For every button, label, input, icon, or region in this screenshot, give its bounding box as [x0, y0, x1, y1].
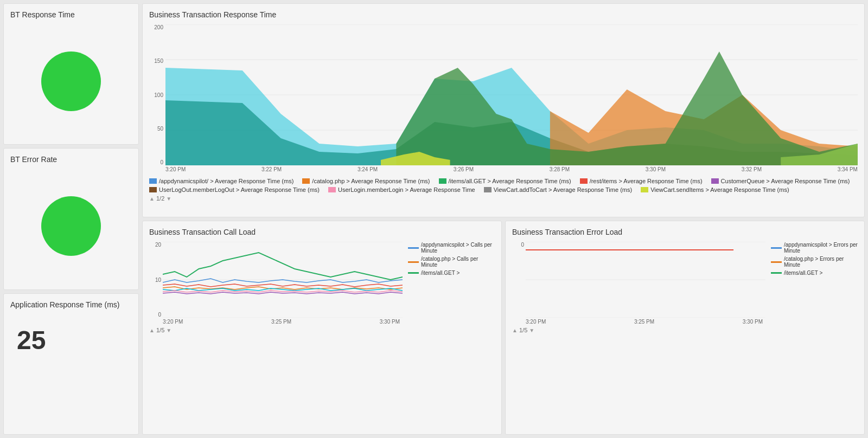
error-page-up-icon[interactable]: ▲	[512, 327, 518, 333]
bt-response-page-nav: ▲ 1/2 ▼	[149, 195, 858, 202]
legend-item-itemsallget: /items/all.GET > Average Response Time (…	[439, 178, 571, 184]
error-legend-color-3	[771, 272, 782, 274]
legend-item-userlogout: UserLogOut.memberLogOut > Average Respon…	[149, 186, 320, 193]
legend-color-appdynamicspilot	[149, 178, 157, 184]
legend-color-itemsallget	[439, 178, 446, 184]
bt-response-chart-container: 200 150 100 50 0	[149, 24, 858, 172]
legend-label-itemsallget: /items/all.GET > Average Response Time (…	[449, 178, 571, 184]
x-label-324pm: 3:24 PM	[358, 166, 378, 172]
legend-color-catalogphp	[302, 178, 310, 184]
page-nav-up-icon[interactable]: ▲	[149, 196, 155, 202]
call-page-up-icon[interactable]: ▲	[149, 327, 155, 333]
error-legend-label-2: /catalog.php > Errors per Minute	[784, 256, 858, 268]
app-response-time-title: Application Response Time (ms)	[10, 300, 120, 309]
legend-label-appdynamicspilot: /appdynamicspilot/ > Average Response Ti…	[159, 178, 293, 184]
legend-label-viewcart-send: ViewCart.sendItems > Average Response Ti…	[650, 186, 789, 193]
legend-color-customerqueue	[711, 178, 719, 184]
error-legend-itemsget: /items/all.GET >	[771, 270, 858, 276]
bt-error-rate-circle	[41, 196, 101, 256]
legend-label-customerqueue: CustomerQueue > Average Response Time (m…	[721, 178, 850, 184]
call-load-page-nav: ▲ 1/5 ▼	[149, 327, 495, 333]
call-legend-label-1: /appdynamicspilot > Calls per Minute	[421, 242, 495, 254]
app-response-time-panel: Application Response Time (ms) 25	[3, 293, 139, 435]
error-x-325pm: 3:25 PM	[634, 319, 654, 325]
bt-error-rate-panel: BT Error Rate	[3, 148, 139, 289]
y-label-0: 0	[149, 159, 163, 165]
bt-response-time-chart-panel: Business Transaction Response Time 200 1…	[142, 3, 865, 217]
error-load-legend: /appdynamicspilot > Errors per Minute /c…	[765, 242, 858, 318]
error-x-320pm: 3:20 PM	[526, 319, 546, 325]
error-page-down-icon[interactable]: ▼	[529, 327, 534, 333]
bt-error-load-title: Business Transaction Error Load	[512, 228, 858, 236]
x-label-328pm: 3:28 PM	[550, 166, 570, 172]
x-label-334pm: 3:34 PM	[838, 166, 858, 172]
call-y-10: 10	[149, 277, 161, 283]
call-load-legend: /appdynamicspilot > Calls per Minute /ca…	[403, 242, 495, 318]
legend-item-userlogin: UserLogin.memberLogin > Average Response…	[328, 186, 475, 193]
legend-color-viewcart-send	[641, 187, 648, 192]
call-legend-label-2: /catalog.php > Calls per Minute	[421, 256, 495, 268]
error-legend-color-1	[771, 247, 782, 249]
bt-call-load-chart-area: 20 10 0	[149, 242, 495, 318]
error-legend-catalogphp: /catalog.php > Errors per Minute	[771, 256, 858, 268]
legend-item-viewcart-add: ViewCart.addToCart > Average Response Ti…	[484, 186, 632, 193]
bottom-right-panels: Business Transaction Call Load 20 10 0	[142, 221, 865, 435]
error-x-330pm: 3:30 PM	[743, 319, 763, 325]
legend-color-restitems	[580, 178, 588, 184]
x-label-330pm: 3:30 PM	[646, 166, 666, 172]
app-response-time-value: 25	[10, 325, 46, 355]
call-legend-color-2	[408, 261, 419, 263]
legend-label-restitems: /rest/items > Average Response Time (ms)	[590, 178, 703, 184]
error-y-0: 0	[512, 242, 524, 248]
legend-label-viewcart-add: ViewCart.addToCart > Average Response Ti…	[494, 186, 632, 193]
call-legend-itemsget: /items/all.GET >	[408, 270, 495, 276]
error-load-page-label: 1/5	[519, 327, 527, 333]
bt-response-page-label: 1/2	[156, 195, 164, 202]
call-x-330pm: 3:30 PM	[380, 319, 400, 325]
x-label-320pm: 3:20 PM	[165, 166, 186, 172]
x-label-322pm: 3:22 PM	[261, 166, 282, 172]
legend-label-userlogout: UserLogOut.memberLogOut > Average Respon…	[159, 186, 320, 193]
error-load-page-nav: ▲ 1/5 ▼	[512, 327, 858, 333]
legend-item-restitems: /rest/items > Average Response Time (ms)	[580, 178, 703, 184]
error-legend-appdynamicspilot: /appdynamicspilot > Errors per Minute	[771, 242, 858, 254]
x-label-332pm: 3:32 PM	[742, 166, 762, 172]
call-page-down-icon[interactable]: ▼	[166, 327, 171, 333]
call-legend-color-1	[408, 247, 419, 249]
bt-call-load-panel: Business Transaction Call Load 20 10 0	[142, 221, 502, 435]
legend-item-viewcart-send: ViewCart.sendItems > Average Response Ti…	[641, 186, 789, 193]
legend-color-userlogout	[149, 187, 157, 192]
y-label-100: 100	[149, 92, 163, 98]
y-label-150: 150	[149, 58, 163, 64]
call-legend-color-3	[408, 272, 419, 274]
call-legend-catalogphp: /catalog.php > Calls per Minute	[408, 256, 495, 268]
bt-error-rate-title: BT Error Rate	[10, 155, 57, 164]
legend-color-userlogin	[328, 187, 336, 192]
bt-response-time-circle	[41, 51, 101, 111]
call-x-320pm: 3:20 PM	[163, 319, 183, 325]
y-label-200: 200	[149, 24, 163, 30]
bt-call-load-svg	[163, 242, 403, 318]
legend-item-appdynamicspilot: /appdynamicspilot/ > Average Response Ti…	[149, 178, 293, 184]
call-y-0: 0	[149, 312, 161, 318]
legend-color-viewcart-add	[484, 187, 492, 192]
error-legend-label-3: /items/all.GET >	[784, 270, 822, 276]
legend-label-catalogphp: /catalog.php > Average Response Time (ms…	[312, 178, 430, 184]
call-legend-appdynamicspilot: /appdynamicspilot > Calls per Minute	[408, 242, 495, 254]
bt-response-svg	[165, 24, 858, 165]
bt-response-chart-title: Business Transaction Response Time	[149, 10, 858, 19]
bt-response-time-panel: BT Response Time	[3, 3, 139, 145]
call-load-page-label: 1/5	[156, 327, 164, 333]
call-legend-label-3: /items/all.GET >	[421, 270, 459, 276]
bt-response-legend: /appdynamicspilot/ > Average Response Ti…	[149, 178, 858, 193]
legend-item-customerqueue: CustomerQueue > Average Response Time (m…	[711, 178, 850, 184]
legend-item-catalogphp: /catalog.php > Average Response Time (ms…	[302, 178, 430, 184]
call-x-325pm: 3:25 PM	[271, 319, 291, 325]
bt-response-time-title: BT Response Time	[10, 10, 75, 19]
error-legend-label-1: /appdynamicspilot > Errors per Minute	[784, 242, 858, 254]
bt-error-load-svg	[526, 242, 765, 318]
call-y-20: 20	[149, 242, 161, 248]
error-legend-color-2	[771, 261, 782, 263]
bt-error-load-chart-area: 0 /appdynamicspilot > E	[512, 242, 858, 318]
page-nav-down-icon[interactable]: ▼	[166, 196, 171, 202]
